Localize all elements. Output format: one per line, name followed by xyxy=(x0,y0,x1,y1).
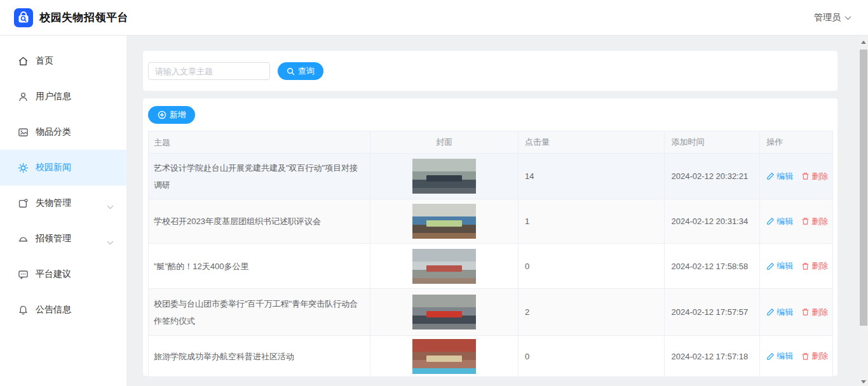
sidebar-item-lost-management[interactable]: 失物管理 xyxy=(0,185,126,221)
trash-icon xyxy=(801,352,810,361)
news-table-panel: 新增 主题 封面 点击量 添加时间 操作 艺术设计学院赴台山开展党建共建及"双百… xyxy=(143,98,837,376)
plus-circle-icon xyxy=(158,110,166,119)
table-header-row: 主题 封面 点击量 添加时间 操作 xyxy=(149,131,832,153)
delete-button[interactable]: 删除 xyxy=(801,260,828,272)
delete-button[interactable]: 删除 xyxy=(801,307,828,318)
cover-image xyxy=(412,159,476,194)
sidebar-item-label: 公告信息 xyxy=(36,304,71,316)
sidebar-item-label: 失物管理 xyxy=(36,197,71,209)
sun-news-icon xyxy=(18,163,29,173)
search-panel: 查询 xyxy=(143,51,837,91)
user-icon xyxy=(18,91,29,102)
scrollbar-thumb[interactable] xyxy=(860,50,867,326)
trash-icon xyxy=(801,217,810,225)
page-title: 校园失物招领平台 xyxy=(39,10,128,25)
row-actions: 编辑 删除 xyxy=(760,289,832,335)
edit-label: 编辑 xyxy=(776,307,793,318)
query-button[interactable]: 查询 xyxy=(278,62,323,80)
table-row: "艇"酷的！12天400多公里 0 2024-02-12 17:58:58 xyxy=(149,243,832,288)
query-button-label: 查询 xyxy=(298,65,315,77)
table-row: 旅游学院成功举办航空科普进社区活动 0 2024-02-12 17:57:18 xyxy=(149,335,832,376)
scroll-up-arrow-icon[interactable] xyxy=(861,41,866,44)
article-topic-search-input[interactable] xyxy=(148,62,270,80)
edit-button[interactable]: 编辑 xyxy=(766,171,793,182)
pencil-icon xyxy=(766,262,775,270)
cover-cell xyxy=(370,289,519,335)
cover-image xyxy=(412,295,476,329)
clicks-count: 1 xyxy=(519,199,665,243)
search-icon xyxy=(287,67,295,76)
news-topic: 学校召开2023年度基层团组织书记述职评议会 xyxy=(149,199,370,243)
clicks-count: 0 xyxy=(519,244,665,288)
news-topic: 旅游学院成功举办航空科普进社区活动 xyxy=(149,336,370,376)
delete-button[interactable]: 删除 xyxy=(801,350,828,362)
picture-icon xyxy=(18,127,29,138)
add-button[interactable]: 新增 xyxy=(148,106,195,124)
app-window: 校园失物招领平台 管理员 首页 用户信息 物品分类 xyxy=(0,0,868,386)
delete-label: 删除 xyxy=(811,307,828,318)
table-row: 学校召开2023年度基层团组织书记述职评议会 1 2024-02-12 20:3… xyxy=(149,199,832,243)
column-header-time: 添加时间 xyxy=(665,131,760,153)
edit-button[interactable]: 编辑 xyxy=(766,307,793,318)
delete-label: 删除 xyxy=(811,216,828,227)
sidebar-nav: 首页 用户信息 物品分类 校园新闻 失物管理 xyxy=(0,36,127,386)
sidebar-item-label: 用户信息 xyxy=(36,91,71,102)
sidebar-item-announcements[interactable]: 公告信息 xyxy=(0,292,126,328)
edit-button[interactable]: 编辑 xyxy=(766,260,793,272)
sidebar-item-home[interactable]: 首页 xyxy=(0,43,126,79)
cover-image xyxy=(412,249,476,284)
edit-label: 编辑 xyxy=(776,350,793,362)
vertical-scrollbar[interactable] xyxy=(859,36,868,386)
column-header-clicks: 点击量 xyxy=(519,131,665,153)
home-icon xyxy=(18,56,29,67)
column-header-ops: 操作 xyxy=(760,131,832,153)
edit-button[interactable]: 编辑 xyxy=(766,216,793,227)
row-actions: 编辑 删除 xyxy=(760,199,832,243)
created-time: 2024-02-12 17:58:58 xyxy=(665,244,760,288)
news-table: 主题 封面 点击量 添加时间 操作 艺术设计学院赴台山开展党建共建及"双百行动"… xyxy=(148,131,833,377)
delete-label: 删除 xyxy=(811,260,828,272)
sidebar-item-news[interactable]: 校园新闻 xyxy=(0,150,126,185)
sidebar-item-label: 物品分类 xyxy=(36,126,71,138)
chevron-down-icon xyxy=(844,16,851,20)
created-time: 2024-02-12 17:57:18 xyxy=(665,336,760,376)
delete-button[interactable]: 删除 xyxy=(801,171,828,182)
sidebar-item-claim-management[interactable]: 招领管理 xyxy=(0,221,126,256)
cover-cell xyxy=(370,199,519,243)
table-row: 校团委与台山团市委举行"百千万工程"青年突击队行动合作签约仪式 2 2024-0… xyxy=(149,288,832,335)
bell-icon xyxy=(18,305,29,316)
news-topic: 艺术设计学院赴台山开展党建共建及"双百行动"项目对接调研 xyxy=(149,154,370,199)
cover-cell xyxy=(370,154,519,199)
sidebar-item-platform-suggestions[interactable]: 平台建议 xyxy=(0,256,126,292)
cover-cell xyxy=(370,244,519,288)
delete-button[interactable]: 删除 xyxy=(801,216,828,227)
sidebar-item-label: 平台建议 xyxy=(36,269,71,280)
clicks-count: 2 xyxy=(519,289,665,335)
pencil-icon xyxy=(766,352,775,361)
sidebar-item-users[interactable]: 用户信息 xyxy=(0,79,126,114)
created-time: 2024-02-12 17:57:57 xyxy=(665,289,760,335)
column-header-topic: 主题 xyxy=(149,131,370,153)
column-header-cover: 封面 xyxy=(370,131,519,153)
edit-label: 编辑 xyxy=(776,216,793,227)
delete-label: 删除 xyxy=(811,171,828,182)
scroll-down-arrow-icon[interactable] xyxy=(861,380,866,383)
sidebar-item-label: 招领管理 xyxy=(36,233,71,244)
platform-logo-bag-search-icon xyxy=(14,8,33,27)
edit-label: 编辑 xyxy=(776,260,793,272)
sidebar-item-categories[interactable]: 物品分类 xyxy=(0,114,126,150)
edit-button[interactable]: 编辑 xyxy=(766,350,793,362)
sidebar-item-label: 首页 xyxy=(36,55,53,67)
alarm-bell-icon xyxy=(18,234,29,244)
row-actions: 编辑 删除 xyxy=(760,336,832,376)
delete-label: 删除 xyxy=(811,350,828,362)
admin-label: 管理员 xyxy=(814,12,841,23)
created-time: 2024-02-12 20:32:21 xyxy=(665,154,760,199)
news-topic: "艇"酷的！12天400多公里 xyxy=(149,244,370,288)
chevron-down-icon xyxy=(107,237,114,247)
created-time: 2024-02-12 20:31:34 xyxy=(665,199,760,243)
cover-image xyxy=(412,339,476,374)
cover-image xyxy=(412,204,476,239)
admin-user-menu[interactable]: 管理员 xyxy=(814,0,851,36)
pencil-icon xyxy=(766,217,775,225)
